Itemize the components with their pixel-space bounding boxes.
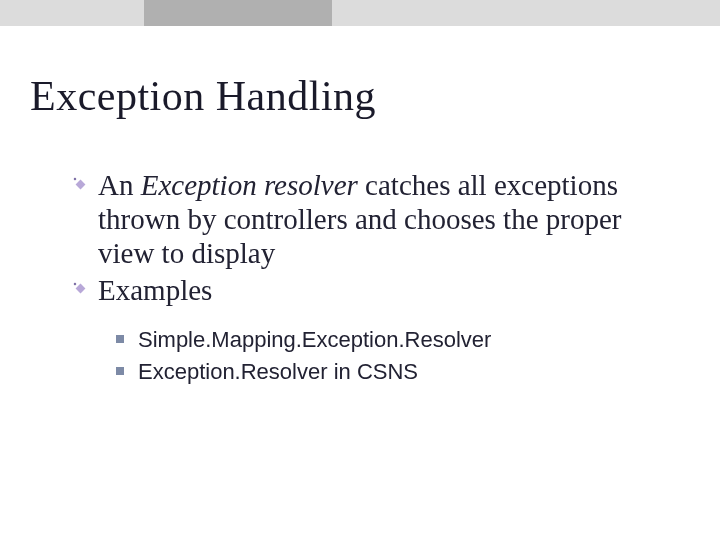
diamond-bullet-icon <box>74 283 86 295</box>
bullet-text: Examples <box>98 274 212 306</box>
topbar-shadow <box>0 0 720 26</box>
subbullet-text: Simple.Mapping.Exception.Resolver <box>138 327 491 352</box>
bullet-text-pre: An <box>98 169 141 201</box>
square-bullet-icon <box>116 335 124 343</box>
bullet-text-italic: Exception resolver <box>141 169 365 201</box>
slide-body: An Exception resolver catches all except… <box>98 168 680 388</box>
square-bullet-icon <box>116 367 124 375</box>
subbullet-group: Simple.Mapping.Exception.Resolver Except… <box>138 325 680 386</box>
bullet-level1: An Exception resolver catches all except… <box>98 168 680 271</box>
topbar-accent <box>144 0 332 26</box>
subbullet-text: Exception.Resolver in CSNS <box>138 359 418 384</box>
slide: Exception Handling An Exception resolver… <box>0 0 720 540</box>
bullet-level2: Exception.Resolver in CSNS <box>138 357 680 387</box>
bullet-level1: Examples <box>98 273 680 307</box>
slide-title: Exception Handling <box>30 72 376 120</box>
bullet-level2: Simple.Mapping.Exception.Resolver <box>138 325 680 355</box>
diamond-bullet-icon <box>74 178 86 190</box>
